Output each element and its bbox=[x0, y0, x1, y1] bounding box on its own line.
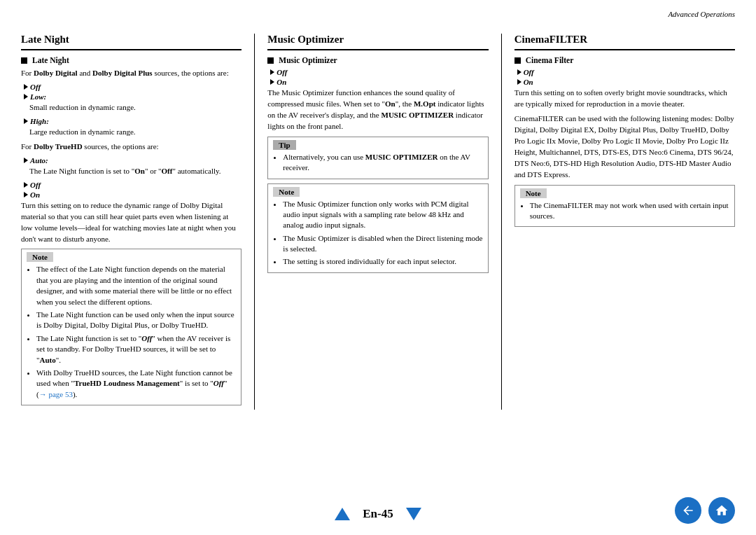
arrow-icon bbox=[517, 79, 522, 85]
cinema-filter-note-box: Note The CinemaFILTER may not work when … bbox=[514, 185, 735, 228]
bottom-nav: En-45 bbox=[0, 507, 756, 521]
arrow-icon bbox=[24, 182, 28, 188]
home-button[interactable] bbox=[708, 497, 735, 524]
mo-note-3: The setting is stored individually for e… bbox=[283, 256, 482, 267]
prev-page-button[interactable] bbox=[335, 508, 350, 520]
cinema-filter-body-1: Turn this setting on to soften overly br… bbox=[514, 88, 735, 110]
arrow-icon bbox=[24, 192, 28, 197]
cinema-filter-column: CinemaFILTER Cinema Filter Off On Turn t… bbox=[502, 34, 735, 410]
note-item-4: With Dolby TrueHD sources, the Late Nigh… bbox=[36, 368, 236, 400]
cf-note-1: The CinemaFILTER may not work when used … bbox=[530, 200, 729, 222]
mo-option-off: Off bbox=[270, 68, 488, 76]
late-night-body: Turn this setting on to reduce the dynam… bbox=[21, 200, 241, 245]
music-optimizer-column: Music Optimizer Music Optimizer Off On T… bbox=[255, 34, 501, 410]
cinema-filter-note-list: The CinemaFILTER may not work when used … bbox=[520, 200, 729, 222]
page-number: En-45 bbox=[363, 507, 393, 521]
option-auto: Auto: bbox=[24, 156, 241, 165]
cf-option-off: Off bbox=[517, 68, 735, 76]
music-optimizer-note-box: Note The Music Optimizer function only w… bbox=[267, 183, 488, 273]
dolby-truehd-intro: For Dolby TrueHD sources, the options ar… bbox=[21, 141, 241, 153]
late-night-note-box: Note The effect of the Late Night functi… bbox=[21, 249, 241, 405]
arrow-icon bbox=[270, 69, 274, 75]
next-page-button[interactable] bbox=[406, 508, 421, 520]
content-columns: Late Night Late Night For Dolby Digital … bbox=[21, 34, 735, 410]
low-description: Small reduction in dynamic range. bbox=[29, 102, 241, 113]
cinema-filter-body-2: CinemaFILTER can be used with the follow… bbox=[514, 113, 735, 181]
black-square-icon bbox=[21, 57, 27, 64]
option-off-1: Off bbox=[24, 83, 241, 91]
note-label: Note bbox=[27, 252, 53, 262]
late-night-note-list: The effect of the Late Night function de… bbox=[27, 264, 236, 400]
option-off-2: Off bbox=[24, 181, 241, 189]
page-indicator: En-45 bbox=[335, 507, 421, 521]
cf-option-on: On bbox=[517, 78, 735, 86]
late-night-header: Late Night bbox=[21, 34, 241, 50]
black-square-icon bbox=[514, 57, 521, 64]
high-description: Large reduction in dynamic range. bbox=[29, 127, 241, 138]
tip-label: Tip bbox=[273, 140, 295, 150]
black-square-icon bbox=[267, 57, 274, 64]
page-section-label: Advanced Operations bbox=[668, 10, 735, 18]
note-label: Note bbox=[520, 188, 547, 198]
cinema-filter-section-title: Cinema Filter bbox=[514, 56, 735, 64]
note-item-3: The Late Night function is set to "Off" … bbox=[36, 333, 236, 366]
late-night-intro: For Dolby Digital and Dolby Digital Plus… bbox=[21, 68, 241, 79]
auto-description: The Late Night function is set to "On" o… bbox=[29, 166, 241, 177]
arrow-icon bbox=[517, 69, 522, 75]
back-button[interactable] bbox=[675, 497, 701, 524]
late-night-column: Late Night Late Night For Dolby Digital … bbox=[21, 34, 255, 410]
page: Advanced Operations Late Night Late Nigh… bbox=[0, 0, 756, 535]
music-optimizer-section-title: Music Optimizer bbox=[267, 56, 488, 64]
arrow-icon bbox=[270, 79, 274, 85]
tip-box: Tip Alternatively, you can use MUSIC OPT… bbox=[267, 137, 488, 179]
mo-note-2: The Music Optimizer is disabled when the… bbox=[283, 233, 482, 255]
arrow-icon bbox=[24, 118, 28, 124]
bottom-right-nav bbox=[675, 497, 735, 524]
tip-item-1: Alternatively, you can use MUSIC OPTIMIZ… bbox=[283, 152, 482, 174]
cinema-filter-header: CinemaFILTER bbox=[514, 34, 735, 50]
note-item-2: The Late Night function can be used only… bbox=[36, 310, 236, 331]
late-night-section-title: Late Night bbox=[21, 56, 241, 64]
arrow-icon bbox=[24, 84, 28, 90]
note-item-1: The effect of the Late Night function de… bbox=[36, 264, 236, 307]
option-on-1: On bbox=[24, 190, 241, 199]
option-high: High: bbox=[24, 117, 241, 125]
mo-note-1: The Music Optimizer function only works … bbox=[283, 199, 482, 231]
music-optimizer-header: Music Optimizer bbox=[267, 34, 488, 50]
arrow-icon bbox=[24, 94, 28, 99]
mo-option-on: On bbox=[270, 78, 488, 86]
music-optimizer-note-list: The Music Optimizer function only works … bbox=[273, 199, 482, 268]
music-optimizer-body: The Music Optimizer function enhances th… bbox=[267, 88, 488, 132]
note-label: Note bbox=[273, 187, 300, 197]
tip-list: Alternatively, you can use MUSIC OPTIMIZ… bbox=[273, 152, 482, 174]
arrow-icon bbox=[24, 158, 28, 163]
option-low: Low: bbox=[24, 92, 241, 101]
